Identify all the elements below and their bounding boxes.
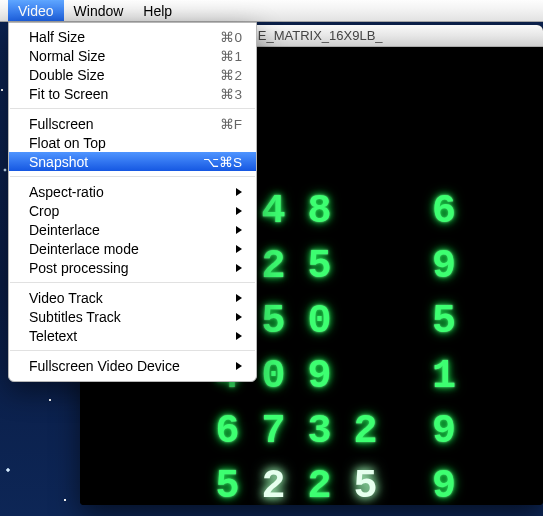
menu-item-label: Subtitles Track bbox=[29, 309, 226, 325]
matrix-digit: 5 bbox=[251, 299, 297, 344]
matrix-digit: 2 bbox=[251, 244, 297, 289]
menu-item-label: Fullscreen bbox=[29, 116, 208, 132]
menu-separator bbox=[10, 176, 255, 177]
matrix-digit: 2 bbox=[251, 464, 297, 505]
chevron-right-icon bbox=[236, 362, 242, 370]
matrix-digit: 5 bbox=[343, 464, 389, 505]
menu-video[interactable]: Video bbox=[8, 0, 64, 21]
chevron-right-icon bbox=[236, 188, 242, 196]
menu-item-shortcut: ⌘0 bbox=[220, 29, 242, 45]
menu-item-shortcut: ⌘2 bbox=[220, 67, 242, 83]
matrix-digit: 6 bbox=[389, 189, 461, 234]
menu-item-normal-size[interactable]: Normal Size⌘1 bbox=[9, 46, 256, 65]
matrix-digit: 9 bbox=[389, 244, 461, 289]
menu-item-post-processing[interactable]: Post processing bbox=[9, 258, 256, 277]
menu-item-crop[interactable]: Crop bbox=[9, 201, 256, 220]
chevron-right-icon bbox=[236, 226, 242, 234]
menu-label: Window bbox=[74, 3, 124, 19]
menu-item-float-on-top[interactable]: Float on Top bbox=[9, 133, 256, 152]
matrix-digit: 5 bbox=[389, 299, 461, 344]
menu-label: Help bbox=[143, 3, 172, 19]
menu-item-teletext[interactable]: Teletext bbox=[9, 326, 256, 345]
menu-item-aspect-ratio[interactable]: Aspect-ratio bbox=[9, 182, 256, 201]
menu-item-shortcut: ⌘1 bbox=[220, 48, 242, 64]
matrix-digit: 9 bbox=[389, 464, 461, 505]
matrix-digit: 6 bbox=[205, 409, 251, 454]
matrix-digit: 0 bbox=[297, 299, 343, 344]
menu-item-label: Crop bbox=[29, 203, 226, 219]
matrix-digit bbox=[343, 244, 389, 289]
video-menu-dropdown[interactable]: Half Size⌘0Normal Size⌘1Double Size⌘2Fit… bbox=[8, 22, 257, 382]
menu-item-snapshot[interactable]: Snapshot⌥⌘S bbox=[9, 152, 256, 171]
menu-item-label: Post processing bbox=[29, 260, 226, 276]
menubar[interactable]: VideoWindowHelp bbox=[0, 0, 543, 22]
matrix-digit: 7 bbox=[251, 409, 297, 454]
chevron-right-icon bbox=[236, 264, 242, 272]
menu-item-label: Snapshot bbox=[29, 154, 191, 170]
menu-window[interactable]: Window bbox=[64, 0, 134, 21]
matrix-digit: 5 bbox=[205, 464, 251, 505]
matrix-digit bbox=[343, 354, 389, 399]
menu-item-shortcut: ⌘3 bbox=[220, 86, 242, 102]
menu-item-double-size[interactable]: Double Size⌘2 bbox=[9, 65, 256, 84]
matrix-digit bbox=[343, 189, 389, 234]
menu-help[interactable]: Help bbox=[133, 0, 182, 21]
matrix-digit: 3 bbox=[297, 409, 343, 454]
menu-item-deinterlace[interactable]: Deinterlace bbox=[9, 220, 256, 239]
chevron-right-icon bbox=[236, 294, 242, 302]
menu-item-fullscreen-video-device[interactable]: Fullscreen Video Device bbox=[9, 356, 256, 375]
menu-item-label: Float on Top bbox=[29, 135, 242, 151]
menu-item-label: Normal Size bbox=[29, 48, 208, 64]
menu-item-fullscreen[interactable]: Fullscreen⌘F bbox=[9, 114, 256, 133]
menu-item-label: Deinterlace mode bbox=[29, 241, 226, 257]
menu-item-label: Teletext bbox=[29, 328, 226, 344]
menu-item-label: Deinterlace bbox=[29, 222, 226, 238]
chevron-right-icon bbox=[236, 313, 242, 321]
window-title: THE_MATRIX_16X9LB_ bbox=[240, 28, 382, 43]
chevron-right-icon bbox=[236, 245, 242, 253]
chevron-right-icon bbox=[236, 207, 242, 215]
menu-separator bbox=[10, 350, 255, 351]
menu-item-video-track[interactable]: Video Track bbox=[9, 288, 256, 307]
menu-separator bbox=[10, 108, 255, 109]
chevron-right-icon bbox=[236, 332, 242, 340]
menu-label: Video bbox=[18, 3, 54, 19]
matrix-digit: 5 bbox=[297, 244, 343, 289]
menu-item-label: Double Size bbox=[29, 67, 208, 83]
matrix-digit: 9 bbox=[297, 354, 343, 399]
menu-item-label: Fullscreen Video Device bbox=[29, 358, 226, 374]
matrix-digit: 4 bbox=[251, 189, 297, 234]
matrix-digit bbox=[343, 299, 389, 344]
menu-item-label: Fit to Screen bbox=[29, 86, 208, 102]
matrix-digit: 2 bbox=[343, 409, 389, 454]
matrix-digit: 2 bbox=[297, 464, 343, 505]
matrix-digit: 0 bbox=[251, 354, 297, 399]
menu-separator bbox=[10, 282, 255, 283]
matrix-digit: 1 bbox=[389, 354, 461, 399]
menu-item-fit-to-screen[interactable]: Fit to Screen⌘3 bbox=[9, 84, 256, 103]
menu-item-label: Video Track bbox=[29, 290, 226, 306]
matrix-digit: 9 bbox=[389, 409, 461, 454]
menu-item-subtitles-track[interactable]: Subtitles Track bbox=[9, 307, 256, 326]
menu-item-shortcut: ⌥⌘S bbox=[203, 154, 242, 170]
menu-item-deinterlace-mode[interactable]: Deinterlace mode bbox=[9, 239, 256, 258]
matrix-digit: 8 bbox=[297, 189, 343, 234]
menu-item-shortcut: ⌘F bbox=[220, 116, 242, 132]
menu-item-label: Aspect-ratio bbox=[29, 184, 226, 200]
menu-item-half-size[interactable]: Half Size⌘0 bbox=[9, 27, 256, 46]
menu-item-label: Half Size bbox=[29, 29, 208, 45]
